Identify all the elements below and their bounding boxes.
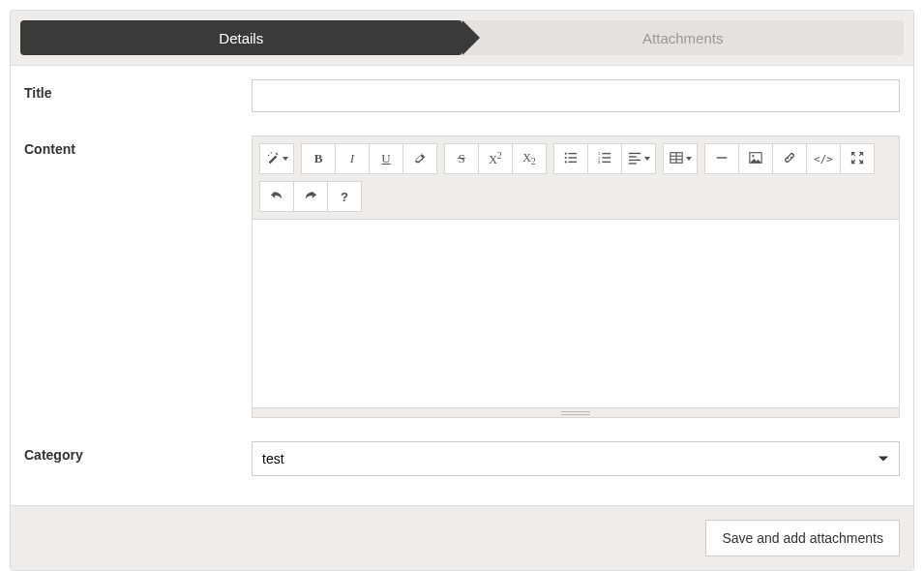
eraser-icon	[413, 151, 427, 167]
svg-rect-1	[568, 152, 577, 153]
category-select[interactable]: test	[252, 441, 900, 476]
svg-point-2	[565, 156, 567, 158]
form-footer: Save and add attachments	[11, 505, 913, 570]
step-label: Attachments	[642, 30, 723, 46]
subscript-icon: X2	[522, 151, 536, 166]
row-category: Category test	[24, 441, 900, 476]
subscript-button[interactable]: X2	[512, 143, 547, 174]
caret-down-icon	[686, 157, 692, 161]
paragraph-align-button[interactable]	[621, 143, 656, 174]
title-input[interactable]	[252, 79, 900, 112]
magic-button[interactable]	[259, 143, 294, 174]
ordered-list-button[interactable]: 123	[587, 143, 622, 174]
table-icon	[670, 151, 683, 167]
align-icon	[628, 151, 641, 167]
step-attachments[interactable]: Attachments	[462, 20, 905, 55]
redo-icon	[304, 189, 317, 205]
svg-rect-14	[628, 159, 640, 160]
label-content: Content	[24, 135, 252, 157]
svg-rect-5	[568, 161, 577, 162]
svg-rect-3	[568, 157, 577, 158]
rich-text-editor: B I U S X2 X2	[252, 135, 900, 418]
button-label: Save and add attachments	[722, 530, 883, 546]
underline-icon: U	[381, 151, 390, 166]
svg-rect-12	[628, 152, 640, 153]
form-panel: Details Attachments Title Content	[10, 10, 914, 571]
row-content: Content B	[24, 135, 900, 418]
caret-down-icon	[283, 157, 288, 161]
underline-button[interactable]: U	[369, 143, 403, 174]
wizard-steps: Details Attachments	[11, 11, 913, 65]
picture-icon	[749, 151, 762, 167]
svg-rect-7	[602, 152, 611, 153]
codeview-button[interactable]: </>	[806, 143, 841, 174]
superscript-icon: X2	[489, 150, 502, 167]
label-category: Category	[24, 441, 252, 463]
hr-button[interactable]	[704, 143, 739, 174]
link-button[interactable]	[772, 143, 807, 174]
undo-icon	[270, 189, 283, 205]
table-button[interactable]	[663, 143, 698, 174]
code-icon: </>	[814, 153, 833, 165]
bold-icon: B	[314, 151, 323, 166]
category-select-wrap: test	[252, 441, 900, 476]
svg-rect-11	[602, 161, 611, 162]
save-and-add-attachments-button[interactable]: Save and add attachments	[705, 520, 900, 556]
row-title: Title	[24, 79, 900, 112]
svg-text:3: 3	[598, 160, 601, 165]
strike-button[interactable]: S	[444, 143, 479, 174]
form-body: Title Content	[11, 65, 913, 505]
svg-point-0	[565, 152, 567, 154]
svg-rect-20	[717, 157, 728, 158]
clear-format-button[interactable]	[402, 143, 437, 174]
superscript-button[interactable]: X2	[478, 143, 513, 174]
undo-button[interactable]	[259, 181, 294, 212]
svg-rect-15	[628, 163, 636, 164]
help-button[interactable]: ?	[327, 181, 362, 212]
caret-down-icon	[644, 157, 650, 161]
fullscreen-button[interactable]	[840, 143, 875, 174]
minus-icon	[715, 151, 729, 167]
svg-point-4	[565, 161, 567, 163]
italic-icon: I	[350, 151, 354, 166]
editor-toolbar-row2: ?	[253, 174, 899, 219]
picture-button[interactable]	[738, 143, 773, 174]
magic-icon	[266, 151, 280, 167]
fullscreen-icon	[850, 151, 864, 167]
svg-point-22	[752, 155, 754, 157]
editor-resize-handle[interactable]	[253, 407, 899, 417]
link-icon	[783, 151, 796, 167]
step-details[interactable]: Details	[20, 20, 462, 55]
list-ul-icon	[564, 151, 578, 167]
italic-button[interactable]: I	[335, 143, 370, 174]
list-ol-icon: 123	[598, 151, 611, 167]
redo-button[interactable]	[293, 181, 328, 212]
svg-rect-13	[628, 156, 636, 157]
step-label: Details	[219, 30, 263, 46]
strike-icon: S	[458, 151, 464, 166]
bold-button[interactable]: B	[301, 143, 336, 174]
editor-content-area[interactable]	[253, 219, 899, 407]
editor-toolbar: B I U S X2 X2	[253, 136, 899, 174]
label-title: Title	[24, 79, 252, 101]
help-icon: ?	[341, 190, 348, 204]
svg-rect-9	[602, 157, 611, 158]
unordered-list-button[interactable]	[553, 143, 588, 174]
